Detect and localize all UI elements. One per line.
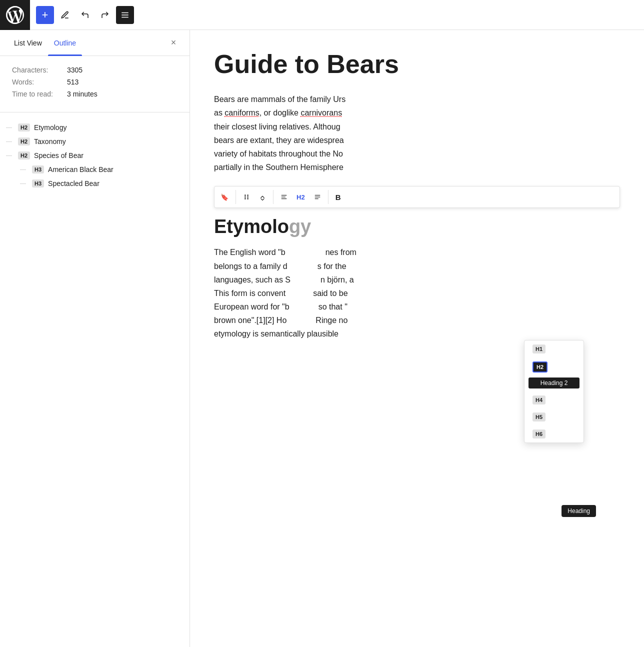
outline-item-taxonomy[interactable]: — H2 Taxonomy [0, 134, 190, 148]
etymology-heading: Etymology [214, 216, 620, 238]
h4-badge: H4 [532, 396, 546, 404]
h1-badge: H1 [532, 344, 546, 354]
wp-logo[interactable] [0, 0, 30, 30]
outline-text: Etymology [34, 124, 66, 132]
words-value: 513 [67, 78, 78, 86]
redo-icon [100, 10, 110, 20]
toolbar-divider [236, 190, 236, 204]
toolbar-divider [328, 190, 328, 204]
heading-level-button[interactable]: H2 [292, 190, 309, 204]
align-button[interactable] [276, 190, 292, 204]
outline-text: Spectacled Bear [48, 180, 100, 188]
h6-badge: H6 [532, 430, 546, 438]
words-stat: Words: 513 [12, 78, 178, 86]
words-label: Words: [12, 78, 67, 86]
etymology-body: The English word "bnes from belongs to a… [214, 246, 620, 340]
caniforms-word: caniforms [224, 108, 259, 117]
chevron-updown-icon [259, 194, 266, 200]
carnivorans-word: carnivorans [300, 108, 342, 117]
toolbar-divider [273, 190, 274, 204]
drag-icon [243, 194, 250, 200]
toolbar: + [0, 0, 644, 30]
tab-list-view[interactable]: List View [8, 30, 48, 56]
heading-badge-h2: H2 [18, 124, 30, 132]
dash-icon: — [6, 152, 12, 159]
h2-badge: H2 [532, 362, 548, 372]
close-panel-button[interactable]: × [166, 35, 182, 51]
bold-button[interactable]: B [332, 190, 345, 204]
bookmark-icon: 🔖 [220, 194, 228, 201]
drag-handle-button[interactable] [239, 190, 254, 204]
left-panel: List View Outline × Characters: 3305 Wor… [0, 30, 190, 647]
heading-picker-h4[interactable]: H4 [524, 392, 584, 408]
time-value: 3 minutes [67, 90, 98, 98]
outline-item-etymology[interactable]: — H2 Etymology [0, 120, 190, 134]
editor-content[interactable]: Guide to Bears Bears are mammals of the … [190, 30, 644, 647]
heading-picker-h2[interactable]: H2 [524, 358, 584, 376]
pencil-icon [60, 10, 70, 20]
heading-badge-h3: H3 [32, 180, 44, 188]
toolbar-buttons: + [30, 6, 140, 24]
h5-badge: H5 [532, 412, 546, 422]
bold-icon: B [336, 193, 341, 202]
dash-icon: — [6, 124, 12, 131]
menu-button[interactable] [116, 6, 134, 24]
undo-button[interactable] [76, 6, 94, 24]
heading-picker-h1[interactable]: H1 [524, 340, 584, 358]
outline-text: Taxonomy [34, 138, 66, 146]
undo-icon [80, 10, 90, 20]
time-label: Time to read: [12, 90, 67, 98]
outline-item-species[interactable]: — H2 Species of Bear [0, 148, 190, 162]
heading-tooltip-label: Heading [562, 505, 596, 517]
characters-stat: Characters: 3305 [12, 66, 178, 74]
outline-item-american-black-bear[interactable]: — H3 American Black Bear [0, 162, 190, 176]
heading-picker-h5[interactable]: H5 [524, 408, 584, 426]
wordpress-icon [6, 6, 24, 24]
bookmark-button[interactable]: 🔖 [216, 190, 232, 204]
document-stats: Characters: 3305 Words: 513 Time to read… [0, 56, 190, 112]
add-block-button[interactable]: + [36, 6, 54, 24]
svg-point-4 [247, 195, 248, 196]
hamburger-icon [120, 10, 130, 20]
tab-outline[interactable]: Outline [48, 30, 82, 56]
h2-label: H2 [296, 194, 305, 201]
dash-icon: — [20, 166, 26, 173]
outline-item-spectacled-bear[interactable]: — H3 Spectacled Bear [0, 176, 190, 190]
edit-mode-button[interactable] [56, 6, 74, 24]
outline-text: Species of Bear [34, 152, 84, 160]
dash-icon: — [20, 180, 26, 187]
post-title: Guide to Bears [214, 50, 620, 78]
svg-point-6 [247, 196, 248, 198]
dash-icon: — [6, 138, 12, 145]
heading-picker-popup: H1 H2 Heading 2 H4 H5 H6 [524, 340, 584, 443]
outline-list: — H2 Etymology — H2 Taxonomy — H2 Specie… [0, 112, 190, 647]
svg-point-7 [244, 198, 246, 200]
tabs-bar: List View Outline × [0, 30, 190, 56]
main-layout: List View Outline × Characters: 3305 Wor… [0, 30, 644, 647]
move-up-down-button[interactable] [255, 190, 270, 204]
characters-label: Characters: [12, 66, 67, 74]
block-toolbar: 🔖 H2 B [214, 186, 620, 208]
text-align-icon [314, 194, 321, 200]
heading-picker-h6[interactable]: H6 [524, 426, 584, 442]
redo-button[interactable] [96, 6, 114, 24]
svg-point-5 [244, 196, 246, 198]
outline-text: American Black Bear [48, 166, 114, 174]
heading-badge-h2: H2 [18, 152, 30, 160]
heading-badge-h3: H3 [32, 166, 44, 174]
align-icon [280, 194, 288, 200]
svg-point-3 [244, 195, 246, 196]
text-align-button[interactable] [310, 190, 325, 204]
time-stat: Time to read: 3 minutes [12, 90, 178, 98]
characters-value: 3305 [67, 66, 82, 74]
heading-badge-h2: H2 [18, 138, 30, 146]
intro-paragraph: Bears are mammals of the family Urs as c… [214, 92, 620, 174]
svg-point-8 [247, 198, 248, 200]
heading-2-tooltip: Heading 2 [528, 378, 580, 388]
